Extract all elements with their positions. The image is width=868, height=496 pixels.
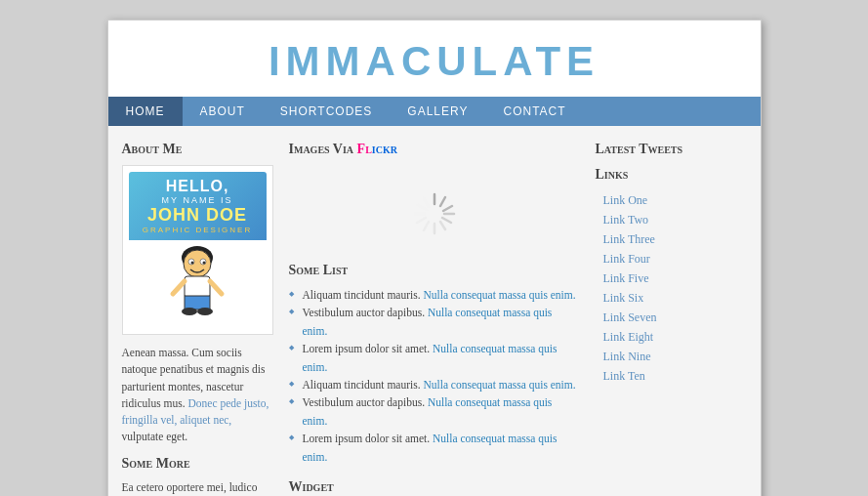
list-link-2[interactable]: Nulla consequat massa quis enim. [303,307,553,336]
list-item: Link Three [596,229,747,249]
flickr-loading [289,165,580,263]
svg-line-23 [424,198,429,207]
list-link-1[interactable]: Nulla consequat massa quis enim. [423,289,575,301]
page-wrapper: IMMACULATE Home About Shortcodes Gallery… [107,20,762,496]
site-title: IMMACULATE [108,38,761,85]
link-three[interactable]: Link Three [596,232,655,246]
main-nav: Home About Shortcodes Gallery Contact [108,97,761,126]
about-text: Aenean massa. Cum sociis natoque penatib… [122,345,273,446]
about-highlight: Donec pede justo, fringilla vel, aliquet… [122,397,269,426]
link-five[interactable]: Link Five [596,271,649,285]
svg-rect-6 [185,276,210,298]
link-one[interactable]: Link One [596,193,648,207]
nav-gallery[interactable]: Gallery [390,97,485,126]
svg-line-20 [417,218,426,223]
svg-line-14 [443,206,452,211]
avatar-card: HELLO, MY NAME IS JOHN DOE GRAPHIC DESIG… [122,165,273,335]
svg-line-11 [210,281,222,294]
avatar-svg [163,240,231,328]
images-via-text: Images Via [289,142,357,156]
svg-point-4 [191,262,194,265]
list-item: Vestibulum auctor dapibus. Nulla consequ… [289,393,580,430]
list-item: Link Nine [596,347,747,366]
nav-shortcodes[interactable]: Shortcodes [263,97,390,126]
svg-point-9 [197,308,213,315]
nav-home[interactable]: Home [108,97,183,126]
list-item: Link Six [596,288,747,308]
list-item: Link One [596,190,747,210]
avatar-title: GRAPHIC DESIGNER [135,226,261,234]
svg-line-16 [442,218,451,223]
link-seven[interactable]: Link Seven [596,310,657,324]
about-me-heading: About Me [122,142,273,157]
svg-line-22 [418,205,427,210]
center-column: Images Via Flickr [289,142,580,496]
list-item: Link Seven [596,308,747,327]
list-item: Vestibulum auctor dapibus. Nulla consequ… [289,304,580,340]
links-heading: Links [596,167,747,183]
left-column: About Me HELLO, MY NAME IS JOHN DOE GRAP… [122,142,273,496]
list-link-5[interactable]: Nulla consequat massa quis enim. [303,396,553,426]
some-more-heading: Some More [122,456,273,472]
list-item: Link Five [596,269,747,288]
avatar-figure [129,240,267,328]
avatar-hello-box: HELLO, MY NAME IS JOHN DOE GRAPHIC DESIG… [129,172,267,240]
loading-spinner [413,192,456,235]
list-item: Link Ten [596,366,747,386]
list-item: Lorem ipsum dolor sit amet. Nulla conseq… [289,340,580,376]
svg-line-17 [440,222,445,229]
link-nine[interactable]: Link Nine [596,350,651,363]
list-link-6[interactable]: Nulla consequat massa quis enim. [303,433,558,462]
link-six[interactable]: Link Six [596,291,644,305]
content-area: About Me HELLO, MY NAME IS JOHN DOE GRAP… [108,126,761,496]
list-item: Lorem ipsum dolor sit amet. Nulla conseq… [289,430,580,466]
svg-point-5 [203,262,206,265]
some-list-section: Some List Aliquam tincidunt mauris. Null… [289,263,580,466]
link-two[interactable]: Link Two [596,213,649,227]
some-list-heading: Some List [289,263,580,278]
list-link-4[interactable]: Nulla consequat massa quis enim. [423,379,575,391]
site-header: IMMACULATE [108,21,761,97]
links-list: Link One Link Two Link Three Link Four L… [596,190,747,386]
list-item: Link Four [596,249,747,269]
some-list: Aliquam tincidunt mauris. Nulla consequa… [289,286,580,466]
svg-line-19 [424,222,429,230]
list-link-3[interactable]: Nulla consequat massa quis enim. [303,343,558,372]
link-ten[interactable]: Link Ten [596,369,645,383]
svg-point-1 [184,250,211,277]
svg-point-8 [182,308,197,315]
list-item: Link Two [596,210,747,229]
nav-contact[interactable]: Contact [485,97,583,126]
svg-line-10 [173,281,185,294]
hello-text: HELLO, [135,178,261,195]
right-column: Latest Tweets Links Link One Link Two Li… [596,142,747,496]
list-item: Link Eight [596,327,747,347]
link-four[interactable]: Link Four [596,252,650,266]
avatar-name: JOHN DOE [135,205,261,226]
nav-about[interactable]: About [183,97,263,126]
my-name-is-text: MY NAME IS [135,195,261,205]
latest-tweets-heading: Latest Tweets [596,142,747,157]
link-eight[interactable]: Link Eight [596,330,654,344]
svg-rect-7 [185,296,210,310]
some-more-text: Ea cetero oportere mei, ludico aperiam e… [122,479,273,497]
list-item: Aliquam tincidunt mauris. Nulla consequa… [289,376,580,393]
images-heading: Images Via Flickr [289,142,580,157]
flickr-o: Fl [357,142,372,156]
flickr-r: ickr [372,142,397,156]
list-item: Aliquam tincidunt mauris. Nulla consequa… [289,286,580,304]
svg-line-13 [440,197,445,206]
widget-heading: Widget [289,479,580,495]
